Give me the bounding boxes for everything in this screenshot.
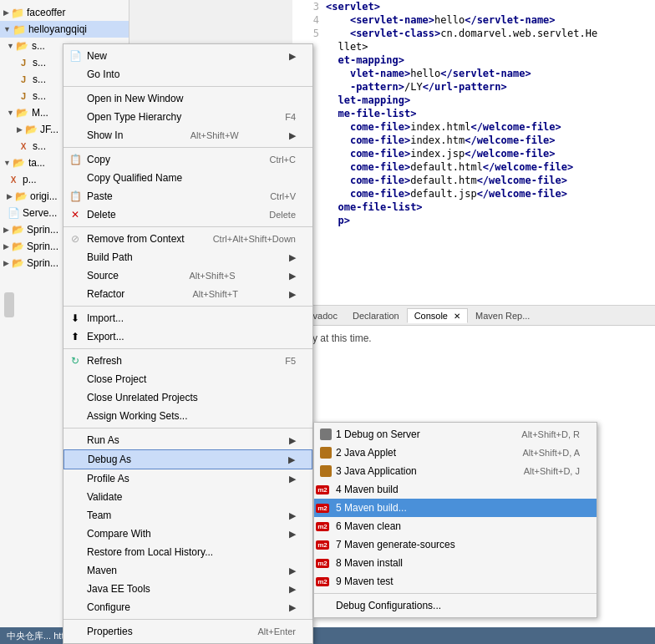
submenu-item-maven-test[interactable]: m2 9 Maven test <box>314 572 597 591</box>
java-icon: J <box>17 73 30 86</box>
shortcut-remove: Ctrl+Alt+Shift+Down <box>196 234 296 244</box>
code-line-cont1: llet> <box>292 40 655 53</box>
menu-separator-7 <box>63 619 312 620</box>
menu-item-open-type-hierarchy[interactable]: Open Type Hierarchy F4 <box>63 108 312 126</box>
code-line-welcome3: come-file>index.jsp</welcome-file> <box>292 147 655 160</box>
shortcut-copy: Ctrl+C <box>253 155 296 165</box>
java-app-icon <box>319 464 333 478</box>
shortcut-java-applet: Alt+Shift+D, A <box>506 448 580 458</box>
m2-icon: m2 <box>317 575 331 588</box>
code-line-cont6: me-file-list> <box>292 107 655 120</box>
tree-item-helloyangqiqi[interactable]: ▼ 📁 helloyangqiqi <box>0 21 129 38</box>
folder-icon: 📂 <box>11 223 24 236</box>
submenu-item-java-app[interactable]: 3 Java Application Alt+Shift+D, J <box>314 462 597 480</box>
shortcut-refactor: Alt+Shift+T <box>175 289 237 299</box>
menu-separator-4 <box>63 306 312 307</box>
menu-item-restore-history[interactable]: Restore from Local History... <box>63 543 312 561</box>
folder-icon: 📂 <box>24 123 38 136</box>
submenu-item-maven-install[interactable]: m2 8 Maven install <box>314 554 597 572</box>
collapse-arrow: ▶ <box>3 259 9 267</box>
code-line-end: p> <box>292 214 655 227</box>
menu-item-assign-working-sets[interactable]: Assign Working Sets... <box>63 407 312 425</box>
code-line-welcome4: come-file>default.html</welcome-file> <box>292 160 655 174</box>
menu-item-export[interactable]: ⬆ Export... <box>63 327 312 346</box>
code-line-3: 3 <servlet> <box>292 0 655 13</box>
code-line-welcome5: come-file>default.htm</welcome-file> <box>292 174 655 187</box>
copy-icon: 📋 <box>69 153 82 166</box>
menu-item-paste[interactable]: 📋 Paste Ctrl+V <box>63 187 312 205</box>
folder-icon: 📂 <box>16 106 29 119</box>
folder-icon: 📂 <box>14 190 28 203</box>
menu-item-debug-as[interactable]: Debug As ▶ <box>63 449 312 469</box>
submenu-arrow: ▶ <box>289 565 296 576</box>
submenu-item-maven-generate[interactable]: m2 7 Maven generate-sources <box>314 535 597 554</box>
menu-separator-3 <box>63 226 312 227</box>
menu-item-delete[interactable]: ✕ Delete Delete <box>63 205 312 224</box>
file-icon: 📄 <box>7 206 20 220</box>
menu-item-copy[interactable]: 📋 Copy Ctrl+C <box>63 150 312 169</box>
collapse-arrow: ▶ <box>3 226 9 234</box>
submenu-arrow: ▶ <box>289 435 296 446</box>
menu-item-show-in[interactable]: Show In Alt+Shift+W ▶ <box>63 126 312 145</box>
collapse-arrow: ▶ <box>3 242 9 251</box>
submenu-arrow: ▶ <box>289 510 296 521</box>
refresh-icon: ↻ <box>69 354 82 368</box>
menu-item-java-ee-tools[interactable]: Java EE Tools ▶ <box>63 580 312 598</box>
menu-item-validate[interactable]: Validate <box>63 488 312 506</box>
submenu-arrow: ▶ <box>289 584 296 595</box>
scroll-handle[interactable] <box>4 292 14 317</box>
code-line-welcome6: come-file>default.jsp</welcome-file> <box>292 187 655 200</box>
remove-icon: ⊘ <box>69 232 82 246</box>
code-line-welcome1: come-file>index.html</welcome-file> <box>292 120 655 134</box>
menu-item-configure[interactable]: Configure ▶ <box>63 598 312 616</box>
menu-separator-1 <box>63 86 312 87</box>
menu-item-refresh[interactable]: ↻ Refresh F5 <box>63 352 312 370</box>
submenu-item-maven-build-dots[interactable]: m2 5 Maven build... <box>314 499 597 517</box>
menu-item-close-unrelated[interactable]: Close Unrelated Projects <box>63 388 312 407</box>
menu-item-import[interactable]: ⬇ Import... <box>63 309 312 327</box>
menu-item-profile-as[interactable]: Profile As ▶ <box>63 469 312 488</box>
m2-icon: m2 <box>317 538 331 551</box>
tab-console[interactable]: Console ✕ <box>407 308 468 323</box>
menu-item-build-path[interactable]: Build Path ▶ <box>63 248 312 266</box>
debug-server-icon <box>319 428 333 441</box>
menu-item-compare-with[interactable]: Compare With ▶ <box>63 525 312 543</box>
java-applet-icon <box>319 446 333 459</box>
tab-maven-rep[interactable]: Maven Rep... <box>468 308 537 323</box>
menu-item-maven[interactable]: Maven ▶ <box>63 561 312 580</box>
code-line-cont2: et-mapping> <box>292 53 655 67</box>
close-tab-icon[interactable]: ✕ <box>454 312 460 321</box>
menu-item-team[interactable]: Team ▶ <box>63 506 312 525</box>
menu-item-close-project[interactable]: Close Project <box>63 370 312 388</box>
menu-item-remove-context[interactable]: ⊘ Remove from Context Ctrl+Alt+Shift+Dow… <box>63 230 312 248</box>
shortcut-properties: Alt+Enter <box>241 626 296 636</box>
code-line-cont3: vlet-name>hello</servlet-name> <box>292 67 655 80</box>
submenu-arrow: ▶ <box>289 252 296 263</box>
submenu-item-java-applet[interactable]: 2 Java Applet Alt+Shift+D, A <box>314 444 597 462</box>
folder-icon: 📂 <box>11 256 24 270</box>
submenu-item-maven-build[interactable]: m2 4 Maven build <box>314 480 597 499</box>
collapse-arrow: ▶ <box>7 192 13 200</box>
menu-item-source[interactable]: Source Alt+Shift+S ▶ <box>63 266 312 285</box>
collapse-arrow: ▼ <box>7 109 14 117</box>
shortcut-f4: F4 <box>268 112 296 122</box>
submenu-item-maven-clean[interactable]: m2 6 Maven clean <box>314 517 597 535</box>
menu-item-run-as[interactable]: Run As ▶ <box>63 431 312 449</box>
shortcut-show-in: Alt+Shift+W <box>174 130 239 140</box>
export-icon: ⬆ <box>69 330 82 343</box>
menu-item-refactor[interactable]: Refactor Alt+Shift+T ▶ <box>63 285 312 303</box>
collapse-arrow: ▶ <box>3 8 9 17</box>
menu-item-open-new-window[interactable]: Open in New Window <box>63 89 312 108</box>
tree-item-faceoffer[interactable]: ▶ 📁 faceoffer <box>0 4 129 21</box>
code-line-cont5: let-mapping> <box>292 94 655 107</box>
tab-declaration[interactable]: Declaration <box>345 308 407 323</box>
submenu-arrow: ▶ <box>289 289 296 300</box>
menu-item-copy-qualified[interactable]: Copy Qualified Name <box>63 169 312 187</box>
menu-item-new[interactable]: 📄 New ▶ <box>63 47 312 65</box>
menu-item-properties[interactable]: Properties Alt+Enter <box>63 622 312 641</box>
submenu-item-debug-server[interactable]: 1 Debug on Server Alt+Shift+D, R <box>314 425 597 444</box>
menu-item-go-into[interactable]: Go Into <box>63 65 312 84</box>
submenu-arrow: ▶ <box>289 130 296 141</box>
shortcut-source: Alt+Shift+S <box>172 271 235 281</box>
submenu-item-debug-configs[interactable]: Debug Configurations... <box>314 596 597 615</box>
